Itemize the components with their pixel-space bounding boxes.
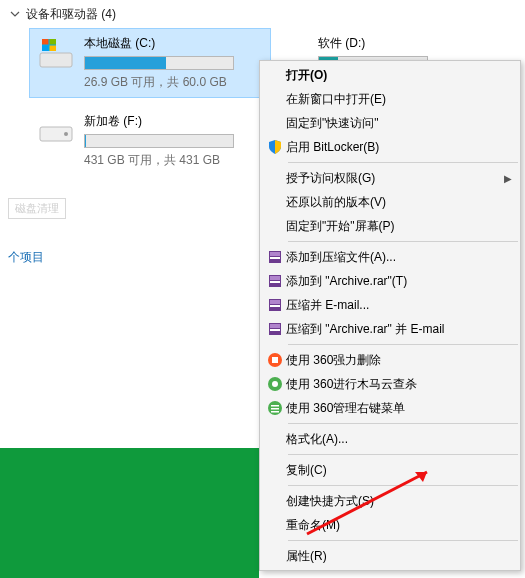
drive-subtext: 26.9 GB 可用，共 60.0 GB [84,74,262,91]
svg-point-23 [272,381,278,387]
menu-separator [288,423,518,424]
context-menu: 打开(O)在新窗口中打开(E)固定到"快速访问"启用 BitLocker(B)授… [259,60,521,571]
svg-rect-12 [270,276,280,280]
menu-item[interactable]: 打开(O) [260,63,520,87]
drive-icon [38,113,74,149]
blank-icon [264,169,286,187]
menu-item[interactable]: 在新窗口中打开(E) [260,87,520,111]
blank-icon [264,193,286,211]
menu-separator [288,344,518,345]
menu-item-label: 固定到"开始"屏幕(P) [286,218,512,235]
menu-item-label: 固定到"快速访问" [286,115,512,132]
svg-rect-9 [270,252,280,256]
menu-item-label: 重命名(M) [286,517,512,534]
360menu-icon [264,399,286,417]
blank-icon [264,461,286,479]
menu-item[interactable]: 使用 360强力删除 [260,348,520,372]
drive-label: 新加卷 (F:) [84,113,262,130]
menu-separator [288,485,518,486]
menu-item[interactable]: 使用 360进行木马云查杀 [260,372,520,396]
blank-icon [264,516,286,534]
menu-item[interactable]: 创建快捷方式(S) [260,489,520,513]
section-header[interactable]: 设备和驱动器 (4) [0,0,525,29]
drive-f[interactable]: 新加卷 (F:) 431 GB 可用，共 431 GB [30,107,270,175]
blank-icon [264,430,286,448]
menu-item-label: 复制(C) [286,462,512,479]
section-title: 设备和驱动器 (4) [26,6,116,23]
svg-rect-25 [271,405,279,407]
menu-item[interactable]: 授予访问权限(G)▶ [260,166,520,190]
status-bar: 个项目 [0,245,52,270]
svg-rect-5 [50,46,57,52]
blank-icon [264,114,286,132]
menu-item-label: 还原以前的版本(V) [286,194,512,211]
chevron-down-icon [10,8,20,22]
blank-icon [264,90,286,108]
svg-rect-21 [272,357,278,363]
chevron-right-icon: ▶ [504,173,512,184]
drive-label: 软件 (D:) [318,35,462,52]
svg-rect-16 [270,305,280,307]
shield-icon [264,138,286,156]
svg-rect-2 [42,39,49,45]
explorer-pane: 设备和驱动器 (4) 本地磁盘 (C:) 26 [0,0,525,578]
menu-separator [288,241,518,242]
capacity-bar [84,134,234,148]
windows-drive-icon [38,35,74,71]
blank-icon [264,66,286,84]
menu-item[interactable]: 重命名(M) [260,513,520,537]
menu-separator [288,540,518,541]
rar-icon [264,272,286,290]
menu-item-label: 打开(O) [286,67,512,84]
blank-icon [264,492,286,510]
menu-item[interactable]: 启用 BitLocker(B) [260,135,520,159]
svg-rect-26 [271,408,279,410]
menu-item[interactable]: 固定到"开始"屏幕(P) [260,214,520,238]
menu-item-label: 启用 BitLocker(B) [286,139,512,156]
menu-item[interactable]: 添加到 "Archive.rar"(T) [260,269,520,293]
svg-rect-27 [271,411,279,413]
menu-item-label: 属性(R) [286,548,512,565]
menu-item-label: 使用 360进行木马云查杀 [286,376,512,393]
svg-rect-15 [270,300,280,304]
svg-rect-13 [270,281,280,283]
rar-icon [264,296,286,314]
rar-icon [264,248,286,266]
360scan-icon [264,375,286,393]
menu-item[interactable]: 还原以前的版本(V) [260,190,520,214]
menu-item[interactable]: 格式化(A)... [260,427,520,451]
capacity-bar [84,56,234,70]
menu-item[interactable]: 复制(C) [260,458,520,482]
menu-item-label: 授予访问权限(G) [286,170,512,187]
drive-label: 本地磁盘 (C:) [84,35,262,52]
menu-item[interactable]: 使用 360管理右键菜单 [260,396,520,420]
drive-subtext: 431 GB 可用，共 431 GB [84,152,262,169]
svg-rect-18 [270,324,280,328]
blank-icon [264,217,286,235]
svg-point-7 [64,132,68,136]
menu-item-label: 添加到 "Archive.rar"(T) [286,273,512,290]
menu-item[interactable]: 固定到"快速访问" [260,111,520,135]
blank-icon [264,547,286,565]
menu-item[interactable]: 压缩并 E-mail... [260,293,520,317]
svg-rect-19 [270,329,280,331]
background-fill [0,448,259,578]
menu-item-label: 格式化(A)... [286,431,512,448]
menu-item-label: 在新窗口中打开(E) [286,91,512,108]
360del-icon [264,351,286,369]
svg-rect-3 [50,39,57,45]
menu-separator [288,454,518,455]
menu-item-label: 使用 360强力删除 [286,352,512,369]
drive-c[interactable]: 本地磁盘 (C:) 26.9 GB 可用，共 60.0 GB [30,29,270,97]
menu-separator [288,162,518,163]
menu-item-label: 压缩并 E-mail... [286,297,512,314]
rar-icon [264,320,286,338]
menu-item-label: 创建快捷方式(S) [286,493,512,510]
menu-item[interactable]: 压缩到 "Archive.rar" 并 E-mail [260,317,520,341]
svg-rect-4 [42,46,49,52]
menu-item-label: 添加到压缩文件(A)... [286,249,512,266]
menu-item[interactable]: 添加到压缩文件(A)... [260,245,520,269]
menu-item[interactable]: 属性(R) [260,544,520,568]
disk-cleanup-ghost: 磁盘清理 [8,198,66,219]
svg-rect-0 [40,53,72,67]
